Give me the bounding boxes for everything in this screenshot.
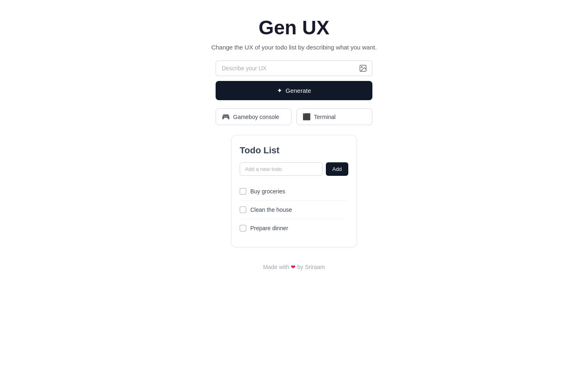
terminal-icon: ⬛ xyxy=(303,113,311,121)
generate-button-label: Generate xyxy=(285,87,311,94)
footer-text-after: by Sriraam xyxy=(297,264,325,270)
svg-point-1 xyxy=(361,67,363,68)
gameboy-icon: 🎮 xyxy=(222,113,230,121)
todo-item: Clean the house xyxy=(240,201,348,219)
generate-button[interactable]: ✦ Generate xyxy=(216,81,372,100)
todo-item: Buy groceries xyxy=(240,182,348,201)
footer: Made with ❤ by Sriraam xyxy=(263,264,325,270)
add-todo-button[interactable]: Add xyxy=(326,162,348,176)
chip-terminal-label: Terminal xyxy=(314,114,336,120)
footer-text-before: Made with xyxy=(263,264,289,270)
todo-checkbox-3[interactable] xyxy=(240,225,246,231)
page-wrapper: Gen UX Change the UX of your todo list b… xyxy=(0,0,588,270)
todo-list: Buy groceries Clean the house Prepare di… xyxy=(240,182,348,237)
chips-row: 🎮 Gameboy console ⬛ Terminal xyxy=(216,108,372,125)
todo-text-3: Prepare dinner xyxy=(250,225,288,231)
todo-text-2: Clean the house xyxy=(250,206,292,213)
todo-item: Prepare dinner xyxy=(240,219,348,237)
add-todo-row: Add xyxy=(240,162,348,176)
ux-input-row xyxy=(216,61,372,76)
chip-gameboy[interactable]: 🎮 Gameboy console xyxy=(216,108,292,125)
todo-card: Todo List Add Buy groceries Clean the ho… xyxy=(231,135,357,247)
app-title: Gen UX xyxy=(258,16,329,39)
sparkle-icon: ✦ xyxy=(277,87,282,94)
ux-describe-input[interactable] xyxy=(216,61,354,76)
todo-card-title: Todo List xyxy=(240,145,348,156)
chip-terminal[interactable]: ⬛ Terminal xyxy=(296,108,372,125)
todo-text-1: Buy groceries xyxy=(250,188,285,195)
todo-checkbox-2[interactable] xyxy=(240,206,246,213)
add-todo-input[interactable] xyxy=(240,162,323,176)
app-subtitle: Change the UX of your todo list by descr… xyxy=(211,44,376,51)
footer-heart: ❤ xyxy=(291,264,296,270)
todo-checkbox-1[interactable] xyxy=(240,188,246,195)
chip-gameboy-label: Gameboy console xyxy=(233,114,279,120)
image-upload-icon xyxy=(359,64,367,72)
upload-image-button[interactable] xyxy=(354,61,372,76)
